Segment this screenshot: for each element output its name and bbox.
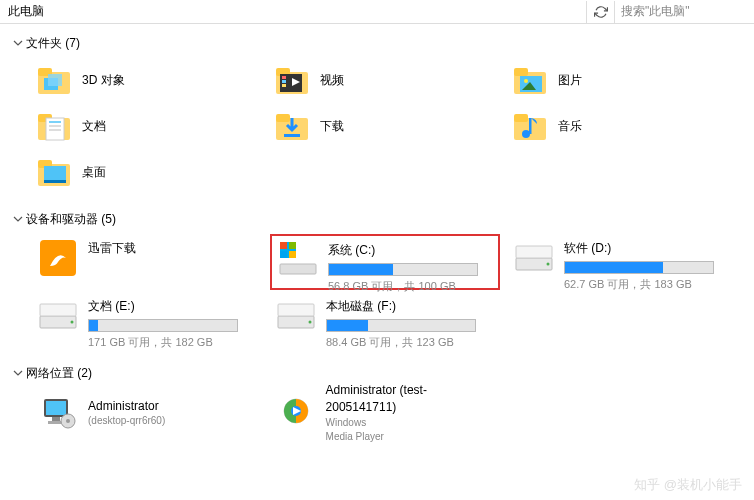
drive-icon — [276, 240, 320, 280]
drive-icon — [512, 238, 556, 278]
svg-rect-38 — [280, 251, 287, 258]
folder-icon — [510, 106, 550, 146]
folder-item[interactable]: 3D 对象 — [32, 58, 262, 102]
folder-icon — [34, 106, 74, 146]
folder-icon — [272, 106, 312, 146]
content-area: 文件夹 (7) 3D 对象视频图片文档下载音乐桌面 设备和驱动器 (5) 迅雷下… — [0, 24, 754, 500]
svg-rect-39 — [289, 251, 296, 258]
drive-icon — [274, 296, 318, 336]
drive-usage-bar — [88, 319, 238, 332]
drive-icon — [36, 296, 80, 336]
svg-rect-7 — [282, 76, 286, 79]
network-label-line2: (desktop-qrr6r60) — [88, 414, 165, 428]
network-item[interactable]: Administrator(desktop-qrr6r60) — [32, 388, 262, 438]
svg-rect-23 — [276, 114, 290, 122]
drive-item[interactable]: 文档 (E:)171 GB 可用，共 182 GB — [32, 292, 262, 348]
drive-status: 62.7 GB 可用，共 183 GB — [564, 277, 734, 292]
network-icon — [274, 393, 318, 433]
svg-rect-31 — [44, 166, 66, 180]
svg-rect-8 — [282, 80, 286, 83]
drive-name: 文档 (E:) — [88, 298, 258, 315]
network-label-line2: Windows — [326, 416, 496, 430]
network-label-line1: Administrator (test-2005141711) — [326, 382, 496, 416]
network-item[interactable]: Administrator (test-2005141711)WindowsMe… — [270, 388, 500, 438]
folders-section-title: 文件夹 (7) — [26, 35, 80, 52]
svg-rect-28 — [529, 118, 532, 134]
refresh-button[interactable] — [586, 1, 614, 23]
svg-point-14 — [524, 79, 528, 83]
refresh-icon — [594, 5, 608, 19]
folder-icon — [34, 152, 74, 192]
network-section-title: 网络位置 (2) — [26, 365, 92, 382]
drive-usage-bar — [326, 319, 476, 332]
chevron-down-icon — [12, 367, 24, 379]
drive-status: 88.4 GB 可用，共 123 GB — [326, 335, 496, 350]
folder-item[interactable]: 图片 — [508, 58, 738, 102]
network-section: 网络位置 (2) Administrator(desktop-qrr6r60)A… — [10, 362, 754, 446]
drives-section-header[interactable]: 设备和驱动器 (5) — [10, 208, 754, 230]
drive-item[interactable]: 迅雷下载 — [32, 234, 262, 290]
folder-label: 图片 — [558, 72, 582, 89]
svg-rect-12 — [514, 68, 528, 76]
svg-rect-44 — [40, 304, 76, 316]
svg-rect-36 — [280, 242, 287, 249]
folder-item[interactable]: 视频 — [270, 58, 500, 102]
folders-section-header[interactable]: 文件夹 (7) — [10, 32, 754, 54]
header-bar: 此电脑 搜索"此电脑" — [0, 0, 754, 24]
svg-rect-32 — [44, 180, 66, 183]
drives-section-title: 设备和驱动器 (5) — [26, 211, 116, 228]
drive-name: 软件 (D:) — [564, 240, 734, 257]
chevron-down-icon — [12, 213, 24, 225]
drive-usage-bar — [328, 263, 478, 276]
svg-rect-24 — [284, 134, 300, 137]
drive-name: 本地磁盘 (F:) — [326, 298, 496, 315]
drive-item[interactable]: 本地磁盘 (F:)88.4 GB 可用，共 123 GB — [270, 292, 500, 348]
folder-item[interactable]: 桌面 — [32, 150, 262, 194]
network-label-line3: Media Player — [326, 430, 496, 444]
drive-usage-bar — [564, 261, 714, 274]
search-input[interactable]: 搜索"此电脑" — [614, 1, 754, 23]
drive-name: 迅雷下载 — [88, 240, 258, 257]
folder-label: 视频 — [320, 72, 344, 89]
folders-section: 文件夹 (7) 3D 对象视频图片文档下载音乐桌面 — [10, 32, 754, 202]
network-section-header[interactable]: 网络位置 (2) — [10, 362, 754, 384]
network-icon — [36, 393, 80, 433]
svg-point-42 — [547, 263, 550, 266]
folder-icon — [510, 60, 550, 100]
breadcrumb[interactable]: 此电脑 — [0, 3, 586, 20]
folder-label: 下载 — [320, 118, 344, 135]
svg-point-45 — [71, 321, 74, 324]
svg-point-27 — [522, 130, 530, 138]
drives-section: 设备和驱动器 (5) 迅雷下载系统 (C:)56.8 GB 可用，共 100 G… — [10, 208, 754, 356]
drive-item[interactable]: 系统 (C:)56.8 GB 可用，共 100 GB — [270, 234, 500, 290]
svg-rect-26 — [514, 114, 528, 122]
drive-status: 171 GB 可用，共 182 GB — [88, 335, 258, 350]
network-label-line1: Administrator — [88, 398, 165, 415]
svg-rect-51 — [52, 417, 60, 421]
chevron-down-icon — [12, 37, 24, 49]
folder-label: 文档 — [82, 118, 106, 135]
folder-icon — [34, 60, 74, 100]
svg-rect-3 — [48, 74, 62, 86]
folder-item[interactable]: 文档 — [32, 104, 262, 148]
svg-rect-34 — [280, 264, 316, 274]
folder-item[interactable]: 下载 — [270, 104, 500, 148]
svg-rect-50 — [46, 401, 66, 415]
folder-label: 3D 对象 — [82, 72, 125, 89]
svg-rect-37 — [289, 242, 296, 249]
svg-point-54 — [66, 419, 70, 423]
svg-rect-47 — [278, 304, 314, 316]
folder-label: 桌面 — [82, 164, 106, 181]
folder-label: 音乐 — [558, 118, 582, 135]
drive-icon — [36, 238, 80, 278]
svg-point-48 — [309, 321, 312, 324]
svg-rect-9 — [282, 84, 286, 87]
folder-icon — [272, 60, 312, 100]
folder-item[interactable]: 音乐 — [508, 104, 738, 148]
svg-rect-41 — [516, 246, 552, 258]
drive-item[interactable]: 软件 (D:)62.7 GB 可用，共 183 GB — [508, 234, 738, 290]
drive-name: 系统 (C:) — [328, 242, 494, 259]
